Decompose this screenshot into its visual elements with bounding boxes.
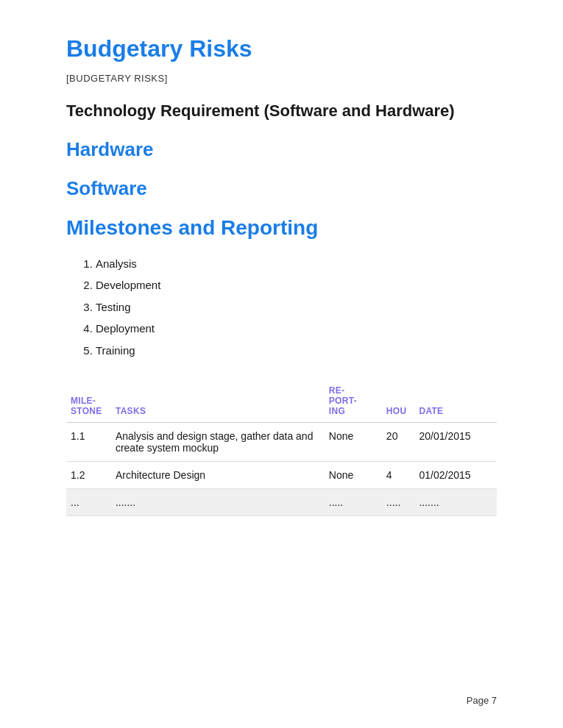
list-item-label: Training	[96, 344, 135, 357]
cell-date: 20/01/2015	[414, 423, 497, 462]
cell-milestone: 1.2	[66, 462, 111, 489]
col-header-tasks: TASKS	[111, 379, 325, 423]
hardware-heading: Hardware	[66, 138, 497, 161]
col-header-milestone: MILE- STONE	[66, 379, 111, 423]
section-subtitle: Technology Requirement (Software and Har…	[66, 100, 497, 122]
cell-date: .......	[414, 489, 497, 516]
table-row: 1.1 Analysis and design stage, gather da…	[66, 423, 497, 462]
main-heading: Budgetary Risks	[66, 35, 497, 63]
cell-tasks: .......	[111, 489, 325, 516]
table-row: ... ....... ..... ..... .......	[66, 489, 497, 516]
cell-reporting: None	[325, 462, 382, 489]
list-item-label: Deployment	[96, 322, 155, 335]
page-number: Page 7	[467, 695, 497, 706]
list-item: Analysis	[96, 256, 497, 273]
cell-hours: 20	[382, 423, 415, 462]
cell-reporting: None	[325, 423, 382, 462]
cell-date: 01/02/2015	[414, 462, 497, 489]
list-item-label: Development	[96, 279, 160, 291]
milestones-list: Analysis Development Testing Deployment …	[66, 256, 497, 360]
cell-tasks: Analysis and design stage, gather data a…	[111, 423, 325, 462]
milestones-heading: Milestones and Reporting	[66, 216, 497, 240]
table-header-row: MILE- STONE TASKS RE- PORT- ING HOU DATE	[66, 379, 497, 423]
col-header-reporting: RE- PORT- ING	[325, 379, 382, 423]
list-item: Deployment	[96, 321, 497, 338]
list-item-label: Testing	[96, 301, 131, 313]
cell-reporting: .....	[325, 489, 382, 516]
milestone-table: MILE- STONE TASKS RE- PORT- ING HOU DATE…	[66, 379, 497, 516]
list-item: Development	[96, 277, 497, 294]
software-heading: Software	[66, 177, 497, 200]
cell-milestone: ...	[66, 489, 111, 516]
cell-tasks: Architecture Design	[111, 462, 325, 489]
list-item: Training	[96, 343, 497, 360]
cell-hours: .....	[382, 489, 415, 516]
list-item-label: Analysis	[96, 257, 137, 270]
cell-milestone: 1.1	[66, 423, 111, 462]
list-item: Testing	[96, 299, 497, 316]
col-header-date: DATE	[414, 379, 497, 423]
bracket-label: [BUDGETARY RISKS]	[66, 73, 497, 84]
col-header-hours: HOU	[382, 379, 415, 423]
table-row: 1.2 Architecture Design None 4 01/02/201…	[66, 462, 497, 489]
cell-hours: 4	[382, 462, 415, 489]
page: Budgetary Risks [BUDGETARY RISKS] Techno…	[0, 0, 563, 728]
